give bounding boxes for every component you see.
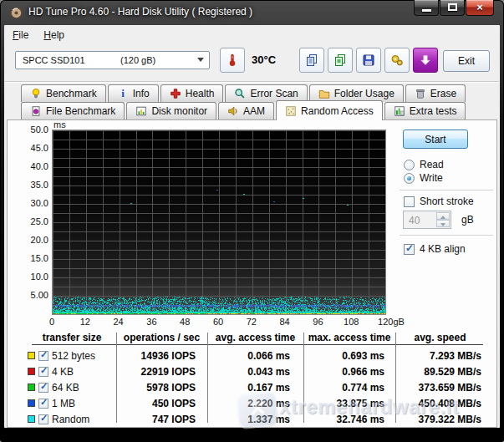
download-arrow-icon [419,53,432,67]
avg-access-time: 0.043 ms [207,366,303,378]
tab-info[interactable]: iInfo [108,84,159,102]
column-header: operations / sec [116,332,207,343]
x-tick: 72 [247,317,257,327]
read-radio[interactable] [404,160,415,170]
tab-label: Info [133,88,150,99]
4kb-align-label: 4 KB align [420,243,466,255]
spinner-up-button[interactable] [436,212,450,220]
table-header-rule [32,344,483,345]
x-tick: 24 [113,317,123,327]
copy-image-button[interactable] [328,48,353,73]
column-header: max. access time [303,332,395,343]
4kb-align-checkbox[interactable] [404,244,415,255]
title-bar[interactable]: HD Tune Pro 4.60 - Hard Disk Utility ( R… [0,0,504,25]
x-tick: 48 [180,317,190,327]
series-checkbox[interactable] [38,399,48,409]
y-tick: 15.0 [20,253,48,263]
tab-file-benchmark[interactable]: File Benchmark [21,102,125,119]
tab-label: Health [186,88,215,99]
table-header: transfer sizeoperations / secavg. access… [28,332,485,343]
copy-pages-button[interactable] [299,48,324,73]
tab-aam[interactable]: AAM [218,102,274,119]
random-access-icon [285,105,297,117]
health-icon [170,88,181,99]
series-checkbox[interactable] [38,414,48,424]
x-tick: 60 [213,317,223,327]
tab-extra-tests[interactable]: Extra tests [384,102,466,119]
options-gears-icon [390,53,404,67]
spinner-down-button[interactable] [436,220,450,227]
stroke-size-value: 40 [409,215,420,226]
table-row: 512 bytes14936 IOPS0.066 ms0.693 ms7.293… [28,348,485,363]
start-button[interactable]: Start [403,130,468,149]
folder-usage-icon [318,88,330,99]
short-stroke-checkbox[interactable] [404,196,415,207]
tab-benchmark[interactable]: Benchmark [21,84,106,102]
series-checkbox[interactable] [38,367,48,377]
x-tick: 108 [344,317,359,327]
menu-item-file[interactable]: File [5,27,36,43]
series-checkbox[interactable] [38,383,48,393]
tab-label: Folder Usage [334,88,395,99]
tab-label: Extra tests [410,105,457,117]
operations-per-sec: 22919 IOPS [116,366,207,378]
error-scan-icon [234,88,246,99]
write-radio[interactable] [404,173,415,184]
exit-label: Exit [458,55,475,67]
window-title: HD Tune Pro 4.60 - Hard Disk Utility ( R… [28,6,252,18]
save-screenshot-button[interactable] [356,48,381,73]
column-header: avg. access time [207,332,303,343]
tab-health[interactable]: Health [160,84,224,102]
minimize-button[interactable] [414,0,439,16]
menu-item-help[interactable]: Help [36,27,72,43]
save-screenshot-icon [362,53,375,67]
series-checkbox[interactable] [38,351,48,361]
tab-error-scan[interactable]: Error Scan [225,84,307,102]
svg-text:i: i [121,88,125,99]
x-tick: 36 [146,317,156,327]
scatter-canvas [53,130,385,314]
drive-select[interactable]: SPCC SSD101 (120 gB) [15,51,210,69]
x-tick: 0 [49,317,54,327]
stroke-size-spinner[interactable]: 40 [403,211,451,229]
transfer-size-label: 64 KB [52,382,79,394]
tab-label: Erase [430,88,456,99]
y-tick: 50.0 [20,124,48,135]
file-benchmark-icon [30,105,42,117]
short-stroke-label: Short stroke [420,196,474,207]
operations-per-sec: 5978 IOPS [116,382,207,394]
y-tick: 5.00 [20,290,48,300]
arrow-up-icon [440,216,445,219]
extra-tests-icon [394,105,405,117]
tab-erase[interactable]: Erase [405,84,466,102]
close-button[interactable]: × [466,0,494,16]
options-gears-button[interactable] [384,48,410,73]
column-header: transfer size [28,332,116,343]
table-row: 64 KB5978 IOPS0.167 ms0.774 ms373.659 MB… [28,379,485,395]
y-tick: 40.0 [20,161,48,171]
access-time-plot [52,130,386,315]
x-tick: 120gB [378,317,405,327]
avg-speed: 450.408 MB/s [395,398,485,409]
maximize-button[interactable] [440,0,465,16]
series-color-swatch [28,399,35,407]
tab-folder-usage[interactable]: Folder Usage [309,84,404,102]
max-access-time: 33.875 ms [303,398,395,409]
tab-label: Error Scan [250,88,298,99]
temperature-button[interactable] [220,48,245,73]
series-color-swatch [28,384,35,391]
avg-access-time: 0.066 ms [207,350,303,362]
drive-capacity: (120 gB) [120,55,155,65]
benchmark-icon [30,88,42,99]
tab-disk-monitor[interactable]: Disk monitor [126,102,216,119]
exit-button[interactable]: Exit [443,50,490,72]
max-access-time: 0.774 ms [303,382,395,394]
operations-per-sec: 14936 IOPS [116,350,207,362]
drive-select-value: SPCC SSD101 [23,55,85,65]
column-header: avg. speed [395,332,485,343]
tab-label: File Benchmark [46,105,115,117]
y-tick: 35.0 [20,180,48,190]
transfer-size-label: 1 MB [52,398,75,409]
download-arrow-button[interactable] [413,48,438,73]
tab-random-access[interactable]: Random Access [276,100,383,120]
